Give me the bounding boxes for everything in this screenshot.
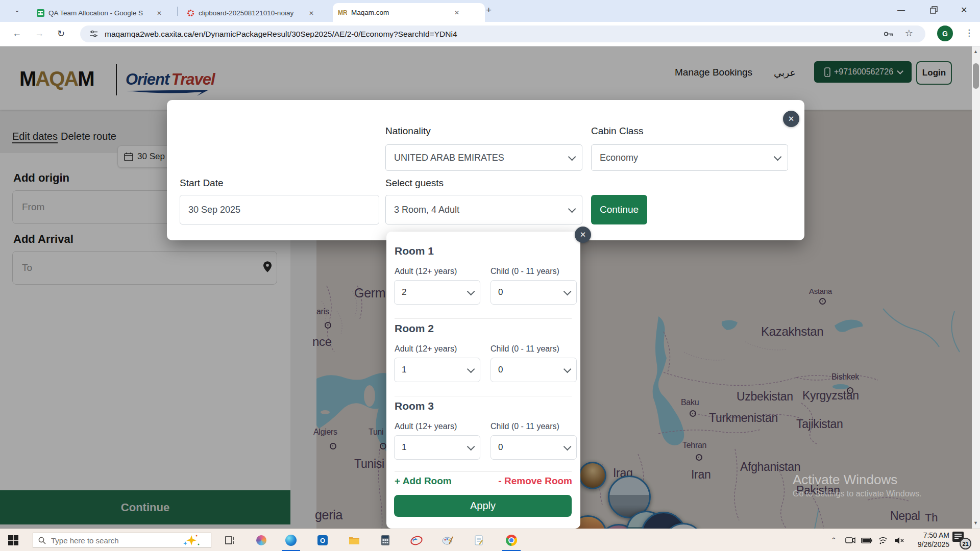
room-3-title: Room 3 [395, 400, 434, 412]
bookmark-star-icon[interactable]: ☆ [905, 28, 913, 39]
new-tab-icon[interactable]: + [486, 5, 492, 16]
close-icon[interactable]: ✕ [157, 10, 162, 17]
chevron-down-icon [467, 365, 475, 373]
avatar-letter: G [942, 30, 948, 38]
apply-button[interactable]: Apply [394, 495, 572, 517]
window-restore-icon[interactable] [930, 6, 938, 14]
taskbar-clock[interactable]: 7:50 AM 9/26/2025 [918, 531, 949, 549]
url-text[interactable]: maqamqa2web.caxita.ca/en/DynamicPackageR… [105, 30, 457, 39]
room-1-child-value: 0 [498, 287, 503, 297]
chrome-icon[interactable] [504, 533, 519, 547]
site-settings-tune-icon[interactable] [89, 30, 98, 38]
password-key-icon[interactable] [884, 30, 894, 38]
search-edit-modal: ✕ Nationality UNITED ARAB EMIRATES Cabin… [167, 100, 804, 240]
svg-text:MR: MR [338, 9, 347, 16]
close-icon[interactable]: ✕ [309, 10, 314, 17]
tab-maqam-active[interactable]: MR Maqam.com ✕ [333, 3, 485, 22]
file-explorer-icon[interactable] [347, 533, 361, 547]
divider [395, 471, 572, 472]
activate-windows-watermark: Activate Windows [793, 472, 897, 488]
forward-icon[interactable]: → [35, 28, 44, 39]
cabin-class-select[interactable]: Economy [591, 144, 788, 171]
cabin-class-label: Cabin Class [591, 126, 643, 137]
select-guests-label: Select guests [385, 178, 444, 189]
scrollbar-thumb[interactable] [973, 63, 979, 89]
notification-count-badge: 21 [960, 538, 971, 549]
start-date-input[interactable]: 30 Sep 2025 [180, 195, 379, 224]
room-1-adult-select[interactable]: 2 [394, 280, 480, 305]
notepad-icon[interactable] [472, 533, 486, 547]
windows-start-icon[interactable] [8, 535, 18, 545]
tab-search-chevron-icon[interactable]: ⌄ [14, 6, 20, 14]
snipping-tool-icon[interactable]: ✂ [409, 533, 424, 547]
reload-icon[interactable]: ↻ [57, 28, 65, 39]
divider [395, 318, 572, 319]
window-minimize-icon[interactable]: — [897, 5, 905, 14]
nationality-value: UNITED ARAB EMIRATES [394, 153, 504, 163]
nationality-label: Nationality [385, 126, 431, 137]
search-input[interactable] [50, 536, 164, 545]
search-icon [38, 537, 46, 544]
address-bar[interactable]: maqamqa2web.caxita.ca/en/DynamicPackageR… [80, 26, 925, 42]
volume-muted-icon[interactable] [892, 533, 906, 547]
room-2-title: Room 2 [395, 322, 434, 335]
room-3-child-label: Child (0 - 11 years) [491, 422, 559, 431]
room-3-child-value: 0 [498, 442, 503, 453]
task-view-icon[interactable] [223, 533, 237, 547]
page-scrollbar[interactable]: ▲ ▼ [972, 46, 980, 529]
start-date-label: Start Date [180, 178, 224, 189]
back-icon[interactable]: ← [12, 28, 21, 39]
chevron-down-icon [564, 442, 572, 450]
tab-title: Maqam.com [351, 9, 448, 16]
guests-select[interactable]: 3 Room, 4 Adult [385, 195, 582, 224]
tab-title: clipboard-202508121010-noiay [199, 9, 303, 17]
activate-windows-subtext: Go to Settings to activate Windows. [793, 489, 922, 498]
scroll-up-icon[interactable]: ▲ [973, 49, 978, 54]
chevron-down-icon [467, 287, 475, 295]
add-room-link[interactable]: + Add Room [395, 475, 452, 487]
remove-room-link[interactable]: - Remove Room [498, 475, 572, 487]
window-close-icon[interactable]: ✕ [961, 5, 967, 15]
tab-clipboard[interactable]: clipboard-202508121010-noiay ✕ [182, 4, 330, 22]
calculator-icon[interactable] [378, 533, 393, 547]
paint-icon[interactable] [440, 533, 455, 547]
tab-title: QA Team Allocation - Google S [48, 9, 151, 17]
room-2-adult-select[interactable]: 1 [394, 358, 480, 382]
modal-continue-label: Continue [600, 204, 639, 215]
tab-google-sheets[interactable]: QA Team Allocation - Google S ✕ [32, 4, 179, 22]
taskbar: O ✂ ⌃ 7:50 AM 9/26/2025 21 [0, 529, 980, 551]
outlook-icon[interactable]: O [315, 533, 330, 547]
guests-dropdown-panel: ✕ Room 1 Adult (12+ years) Child (0 - 11… [386, 232, 580, 529]
chevron-down-icon [564, 287, 572, 295]
profile-avatar[interactable]: G [937, 26, 953, 41]
nationality-select[interactable]: UNITED ARAB EMIRATES [385, 144, 582, 171]
scroll-down-icon[interactable]: ▼ [973, 520, 978, 525]
battery-icon [860, 533, 874, 547]
guests-summary-value: 3 Room, 4 Adult [394, 205, 459, 215]
cabin-class-value: Economy [600, 153, 638, 163]
modal-close-button[interactable]: ✕ [783, 111, 799, 127]
tab-separator [177, 7, 178, 16]
copilot-icon[interactable] [254, 533, 268, 547]
modal-continue-button[interactable]: Continue [591, 195, 647, 224]
close-icon[interactable]: ✕ [454, 9, 459, 16]
chevron-down-icon [774, 153, 782, 161]
room-2-adult-value: 1 [402, 365, 406, 375]
room-3-adult-select[interactable]: 1 [394, 435, 480, 460]
tray-show-hidden-icons-chevron[interactable]: ⌃ [831, 536, 837, 544]
room-3-adult-value: 1 [402, 442, 406, 453]
wifi-icon[interactable] [876, 533, 890, 547]
room-1-child-select[interactable]: 0 [491, 280, 577, 305]
action-center-icon[interactable]: 21 [952, 532, 970, 549]
room-1-adult-value: 2 [402, 287, 406, 297]
maqam-favicon: MR [338, 9, 347, 16]
taskbar-search-box[interactable] [33, 533, 211, 548]
guests-panel-close-button[interactable]: ✕ [575, 227, 591, 243]
browser-menu-kebab-icon[interactable]: ⋮ [965, 28, 973, 38]
room-2-child-select[interactable]: 0 [491, 358, 577, 382]
start-date-value: 30 Sep 2025 [188, 205, 240, 215]
room-3-child-select[interactable]: 0 [491, 435, 577, 460]
chevron-down-icon [568, 205, 576, 213]
edge-icon[interactable] [284, 533, 298, 547]
meet-now-camera-icon[interactable] [843, 533, 857, 547]
